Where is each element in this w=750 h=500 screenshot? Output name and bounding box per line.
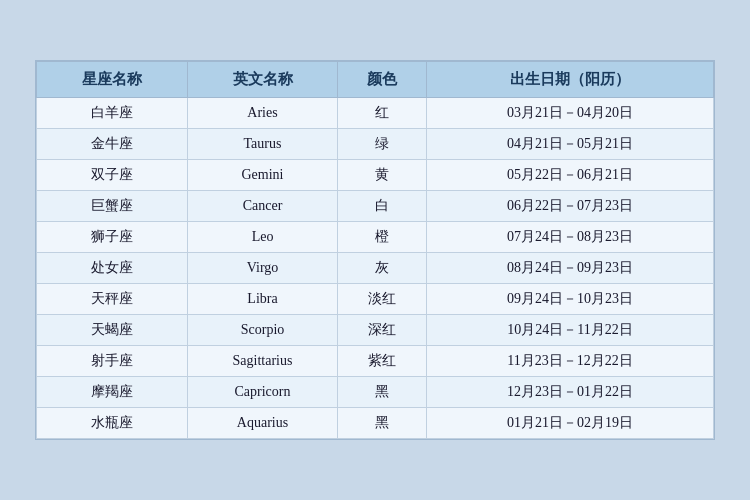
- cell-chinese-name: 处女座: [37, 253, 188, 284]
- cell-color: 淡红: [338, 284, 427, 315]
- cell-color: 橙: [338, 222, 427, 253]
- table-row: 天秤座Libra淡红09月24日－10月23日: [37, 284, 714, 315]
- cell-color: 黑: [338, 377, 427, 408]
- cell-dates: 11月23日－12月22日: [427, 346, 714, 377]
- cell-english-name: Sagittarius: [187, 346, 338, 377]
- table-row: 水瓶座Aquarius黑01月21日－02月19日: [37, 408, 714, 439]
- cell-chinese-name: 双子座: [37, 160, 188, 191]
- cell-english-name: Libra: [187, 284, 338, 315]
- table-row: 射手座Sagittarius紫红11月23日－12月22日: [37, 346, 714, 377]
- table-body: 白羊座Aries红03月21日－04月20日金牛座Taurus绿04月21日－0…: [37, 98, 714, 439]
- cell-chinese-name: 巨蟹座: [37, 191, 188, 222]
- header-dates: 出生日期（阳历）: [427, 62, 714, 98]
- cell-chinese-name: 水瓶座: [37, 408, 188, 439]
- header-color: 颜色: [338, 62, 427, 98]
- cell-dates: 07月24日－08月23日: [427, 222, 714, 253]
- cell-dates: 03月21日－04月20日: [427, 98, 714, 129]
- cell-chinese-name: 白羊座: [37, 98, 188, 129]
- cell-color: 紫红: [338, 346, 427, 377]
- cell-dates: 10月24日－11月22日: [427, 315, 714, 346]
- cell-chinese-name: 摩羯座: [37, 377, 188, 408]
- cell-dates: 05月22日－06月21日: [427, 160, 714, 191]
- cell-english-name: Virgo: [187, 253, 338, 284]
- zodiac-table: 星座名称 英文名称 颜色 出生日期（阳历） 白羊座Aries红03月21日－04…: [36, 61, 714, 439]
- cell-color: 灰: [338, 253, 427, 284]
- cell-dates: 04月21日－05月21日: [427, 129, 714, 160]
- header-chinese-name: 星座名称: [37, 62, 188, 98]
- table-row: 狮子座Leo橙07月24日－08月23日: [37, 222, 714, 253]
- cell-english-name: Capricorn: [187, 377, 338, 408]
- table-row: 处女座Virgo灰08月24日－09月23日: [37, 253, 714, 284]
- cell-dates: 06月22日－07月23日: [427, 191, 714, 222]
- cell-english-name: Taurus: [187, 129, 338, 160]
- table-row: 巨蟹座Cancer白06月22日－07月23日: [37, 191, 714, 222]
- cell-chinese-name: 金牛座: [37, 129, 188, 160]
- cell-dates: 12月23日－01月22日: [427, 377, 714, 408]
- table-row: 天蝎座Scorpio深红10月24日－11月22日: [37, 315, 714, 346]
- cell-english-name: Leo: [187, 222, 338, 253]
- table-header-row: 星座名称 英文名称 颜色 出生日期（阳历）: [37, 62, 714, 98]
- cell-color: 黄: [338, 160, 427, 191]
- table-row: 摩羯座Capricorn黑12月23日－01月22日: [37, 377, 714, 408]
- header-english-name: 英文名称: [187, 62, 338, 98]
- cell-english-name: Aries: [187, 98, 338, 129]
- cell-chinese-name: 狮子座: [37, 222, 188, 253]
- cell-dates: 01月21日－02月19日: [427, 408, 714, 439]
- cell-color: 深红: [338, 315, 427, 346]
- cell-dates: 08月24日－09月23日: [427, 253, 714, 284]
- cell-english-name: Gemini: [187, 160, 338, 191]
- cell-chinese-name: 天秤座: [37, 284, 188, 315]
- cell-english-name: Cancer: [187, 191, 338, 222]
- cell-english-name: Aquarius: [187, 408, 338, 439]
- table-row: 白羊座Aries红03月21日－04月20日: [37, 98, 714, 129]
- cell-color: 白: [338, 191, 427, 222]
- table-row: 金牛座Taurus绿04月21日－05月21日: [37, 129, 714, 160]
- cell-english-name: Scorpio: [187, 315, 338, 346]
- cell-chinese-name: 天蝎座: [37, 315, 188, 346]
- cell-chinese-name: 射手座: [37, 346, 188, 377]
- cell-color: 黑: [338, 408, 427, 439]
- cell-dates: 09月24日－10月23日: [427, 284, 714, 315]
- cell-color: 绿: [338, 129, 427, 160]
- table-row: 双子座Gemini黄05月22日－06月21日: [37, 160, 714, 191]
- cell-color: 红: [338, 98, 427, 129]
- zodiac-table-container: 星座名称 英文名称 颜色 出生日期（阳历） 白羊座Aries红03月21日－04…: [35, 60, 715, 440]
